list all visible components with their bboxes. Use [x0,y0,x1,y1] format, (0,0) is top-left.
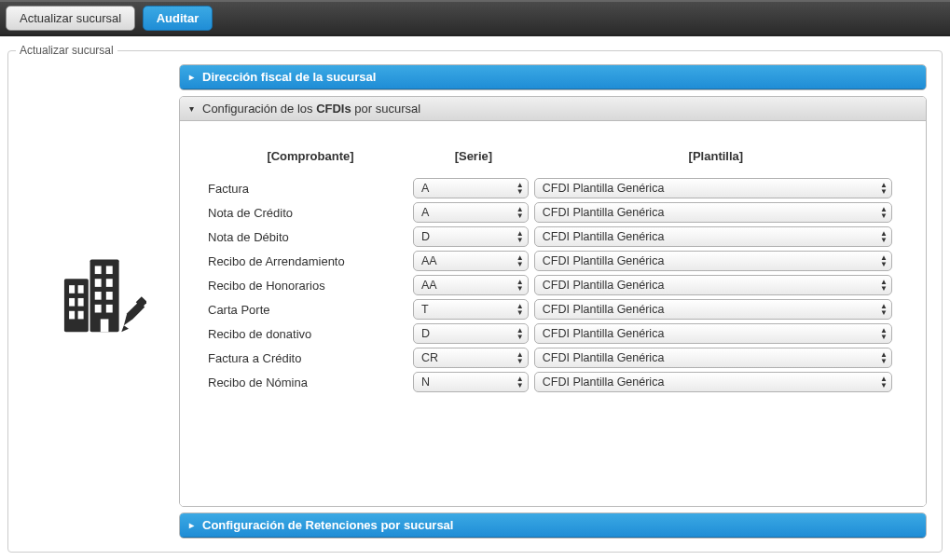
plantilla-select[interactable]: CFDI Plantilla Genérica▲▼ [534,348,892,368]
plantilla-select[interactable]: CFDI Plantilla Genérica▲▼ [534,202,892,223]
select-arrows-icon: ▲▼ [880,351,888,364]
panel-header-cfdi[interactable]: ▾ Configuración de los CFDIs por sucursa… [180,97,926,121]
serie-select[interactable]: T▲▼ [413,299,529,320]
table-row: Recibo de ArrendamientoAA▲▼CFDI Plantill… [208,249,898,273]
comprobante-label: Recibo de Honorarios [208,273,413,297]
serie-select[interactable]: AA▲▼ [413,251,529,271]
caret-right-icon: ▸ [189,520,199,530]
plantilla-select[interactable]: CFDI Plantilla Genérica▲▼ [534,323,892,344]
select-arrows-icon: ▲▼ [516,279,524,292]
serie-select[interactable]: A▲▼ [413,178,529,198]
plantilla-select[interactable]: CFDI Plantilla Genérica▲▼ [534,299,892,320]
plantilla-select[interactable]: CFDI Plantilla Genérica▲▼ [534,178,892,198]
table-row: Nota de DébitoD▲▼CFDI Plantilla Genérica… [208,225,898,249]
panel-direccion-fiscal: ▸ Dirección fiscal de la sucursal [179,64,927,90]
col-header-comprobante: [Comprobante] [208,149,413,176]
select-arrows-icon: ▲▼ [880,206,888,219]
table-row: Factura a CréditoCR▲▼CFDI Plantilla Gené… [208,346,898,370]
plantilla-select[interactable]: CFDI Plantilla Genérica▲▼ [534,372,892,392]
select-arrows-icon: ▲▼ [880,182,888,195]
icon-column [16,64,179,544]
plantilla-select[interactable]: CFDI Plantilla Genérica▲▼ [534,226,892,247]
table-row: Recibo de NóminaN▲▼CFDI Plantilla Genéri… [208,370,898,394]
svg-rect-13 [106,292,113,300]
col-header-serie: [Serie] [413,149,534,176]
table-row: Carta PorteT▲▼CFDI Plantilla Genérica▲▼ [208,297,898,321]
table-row: Recibo de HonorariosAA▲▼CFDI Plantilla G… [208,273,898,297]
comprobante-label: Recibo de donativo [208,321,413,346]
comprobante-label: Factura [208,176,413,200]
comprobante-label: Nota de Débito [208,225,413,249]
select-arrows-icon: ▲▼ [516,206,524,219]
select-arrows-icon: ▲▼ [516,376,524,389]
panel-header-direccion[interactable]: ▸ Dirección fiscal de la sucursal [180,65,926,89]
select-arrows-icon: ▲▼ [880,376,888,389]
svg-rect-4 [69,298,75,307]
building-edit-icon [58,328,146,342]
cfdi-table: [Comprobante] [Serie] [Plantilla] Factur… [208,149,898,394]
panel-title-direccion: Dirección fiscal de la sucursal [202,70,376,84]
svg-rect-3 [78,285,84,294]
svg-rect-10 [95,279,102,287]
svg-rect-2 [69,285,75,294]
serie-select[interactable]: D▲▼ [413,226,529,247]
svg-rect-8 [95,266,102,274]
svg-rect-5 [78,298,84,307]
svg-rect-15 [106,305,113,313]
serie-select[interactable]: N▲▼ [413,372,529,392]
comprobante-label: Nota de Crédito [208,200,413,225]
fieldset-legend: Actualizar sucursal [16,44,117,57]
select-arrows-icon: ▲▼ [880,230,888,243]
top-tab-bar: Actualizar sucursal Auditar [0,0,950,36]
select-arrows-icon: ▲▼ [880,279,888,292]
comprobante-label: Carta Porte [208,297,413,321]
svg-rect-14 [95,305,102,313]
serie-select[interactable]: A▲▼ [413,202,529,223]
table-row: Nota de CréditoA▲▼CFDI Plantilla Genéric… [208,200,898,225]
comprobante-label: Recibo de Nómina [208,370,413,394]
tab-auditar[interactable]: Auditar [143,6,213,31]
select-arrows-icon: ▲▼ [516,327,524,340]
svg-rect-0 [64,279,89,332]
svg-rect-7 [78,311,84,320]
svg-rect-11 [106,279,113,287]
svg-rect-9 [106,266,113,274]
plantilla-select[interactable]: CFDI Plantilla Genérica▲▼ [534,251,892,271]
select-arrows-icon: ▲▼ [516,254,524,267]
main-fieldset: Actualizar sucursal [7,44,943,553]
table-row: FacturaA▲▼CFDI Plantilla Genérica▲▼ [208,176,898,200]
svg-rect-16 [101,319,109,332]
select-arrows-icon: ▲▼ [880,327,888,340]
serie-select[interactable]: CR▲▼ [413,348,529,368]
select-arrows-icon: ▲▼ [516,303,524,316]
panel-cfdi: ▾ Configuración de los CFDIs por sucursa… [179,96,927,507]
select-arrows-icon: ▲▼ [880,254,888,267]
select-arrows-icon: ▲▼ [516,230,524,243]
panel-header-retenciones[interactable]: ▸ Configuración de Retenciones por sucur… [180,513,926,538]
select-arrows-icon: ▲▼ [516,351,524,364]
serie-select[interactable]: AA▲▼ [413,275,529,295]
panel-body-cfdi: [Comprobante] [Serie] [Plantilla] Factur… [180,121,926,506]
panel-title-retenciones: Configuración de Retenciones por sucursa… [202,518,453,532]
plantilla-select[interactable]: CFDI Plantilla Genérica▲▼ [534,275,892,295]
comprobante-label: Factura a Crédito [208,346,413,370]
svg-marker-18 [121,325,129,332]
tab-actualizar-sucursal[interactable]: Actualizar sucursal [6,6,135,31]
select-arrows-icon: ▲▼ [880,303,888,316]
svg-rect-12 [95,292,102,300]
caret-down-icon: ▾ [189,103,199,114]
table-row: Recibo de donativoD▲▼CFDI Plantilla Gené… [208,321,898,346]
select-arrows-icon: ▲▼ [516,182,524,195]
col-header-plantilla: [Plantilla] [534,149,898,176]
svg-rect-6 [69,311,75,320]
comprobante-label: Recibo de Arrendamiento [208,249,413,273]
serie-select[interactable]: D▲▼ [413,323,529,344]
caret-right-icon: ▸ [189,72,199,82]
panel-title-cfdi: Configuración de los CFDIs por sucursal [202,102,420,116]
panel-retenciones: ▸ Configuración de Retenciones por sucur… [179,512,927,539]
